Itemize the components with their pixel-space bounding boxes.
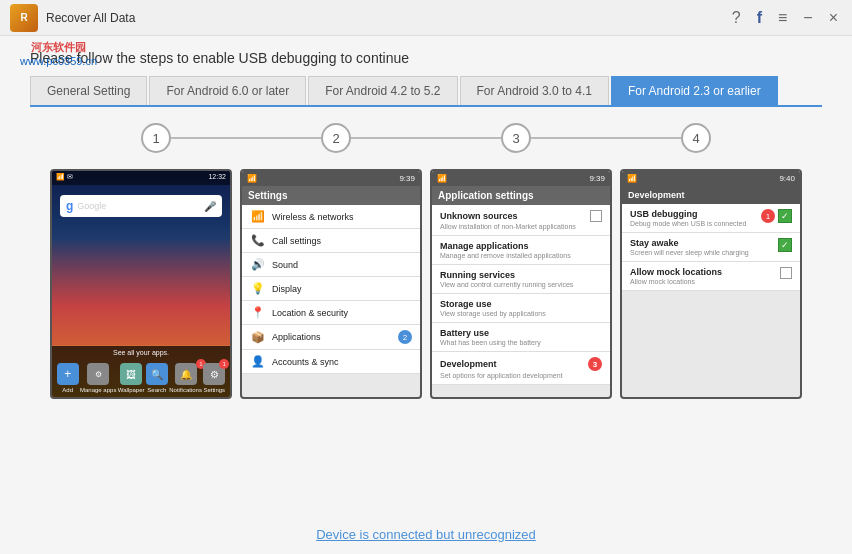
screenshot-3: 📶 9:39 Application settings Unknown sour… [430, 169, 612, 399]
screen1-dock: + Add ⚙ Manage apps 🖼 Wallpaper 🔍 Search [52, 359, 230, 397]
appsetting-development: Development 3 Set options for applicatio… [432, 352, 610, 385]
screen4-statusbar: 📶 9:40 [622, 171, 800, 186]
screen2-title: Settings [242, 186, 420, 205]
settings-display: 💡 Display [242, 277, 420, 301]
steps-indicator: 1 2 3 4 [30, 123, 822, 153]
app-title: Recover All Data [46, 11, 728, 25]
settings-location: 📍 Location & security [242, 301, 420, 325]
watermark-url: www.pc0359.cn [20, 55, 97, 67]
screen2-statusbar: 📶 9:39 [242, 171, 420, 186]
screen3-title: Application settings [432, 186, 610, 205]
tab-android42[interactable]: For Android 4.2 to 5.2 [308, 76, 457, 105]
dock-manageapps: ⚙ Manage apps [80, 363, 116, 393]
screen3-statusbar: 📶 9:39 [432, 171, 610, 186]
dev-mocklocations: Allow mock locations Allow mock location… [622, 262, 800, 291]
appsetting-unknown: Unknown sources Allow installation of no… [432, 205, 610, 236]
screen1-searchbar: g Google 🎤 [60, 195, 222, 217]
settings-wireless: 📶 Wireless & networks [242, 205, 420, 229]
screen1-footer: See all your apps. + Add ⚙ Manage apps 🖼… [52, 346, 230, 397]
facebook-button[interactable]: f [753, 9, 766, 27]
main-content: Please follow the steps to enable USB de… [0, 36, 852, 409]
screen4-title: Development [622, 186, 800, 204]
title-bar: R Recover All Data ? f ≡ − × [0, 0, 852, 36]
settings-call: 📞 Call settings [242, 229, 420, 253]
dev-usb: USB debugging Debug mode when USB is con… [622, 204, 800, 233]
help-button[interactable]: ? [728, 9, 745, 27]
tab-android30[interactable]: For Android 3.0 to 4.1 [460, 76, 609, 105]
dock-notifications: 🔔 1 Notifications [169, 363, 202, 393]
app-logo: R [10, 4, 38, 32]
settings-applications: 📦 Applications 2 [242, 325, 420, 350]
step-line-3 [531, 137, 681, 139]
close-button[interactable]: × [825, 9, 842, 27]
tab-android60[interactable]: For Android 6.0 or later [149, 76, 306, 105]
tab-general[interactable]: General Setting [30, 76, 147, 105]
status-bar: Device is connected but unrecognized [0, 527, 852, 542]
step-1: 1 [141, 123, 171, 153]
menu-button[interactable]: ≡ [774, 9, 791, 27]
step-4: 4 [681, 123, 711, 153]
dock-settings: ⚙ 1 Settings [203, 363, 225, 393]
settings-accounts: 👤 Accounts & sync [242, 350, 420, 374]
tab-android23[interactable]: For Android 2.3 or earlier [611, 76, 778, 105]
tab-bar: General Setting For Android 6.0 or later… [30, 76, 822, 107]
step-3: 3 [501, 123, 531, 153]
appsetting-manage: Manage applications Manage and remove in… [432, 236, 610, 265]
screenshots-row: 📶 ✉ 12:32 g Google 🎤 See all your apps. … [30, 169, 822, 399]
screen1-statusbar: 📶 ✉ 12:32 [52, 171, 230, 185]
appsetting-storage: Storage use View storage used by applica… [432, 294, 610, 323]
step-line-1 [171, 137, 321, 139]
step-2: 2 [321, 123, 351, 153]
watermark-cn: 河东软件园 [31, 40, 86, 55]
minimize-button[interactable]: − [799, 9, 816, 27]
device-connected-link[interactable]: Device is connected but unrecognized [316, 527, 536, 542]
dev-stayawake: Stay awake Screen will never sleep while… [622, 233, 800, 262]
screenshot-4: 📶 9:40 Development USB debugging Debug m… [620, 169, 802, 399]
settings-sound: 🔊 Sound [242, 253, 420, 277]
watermark: 河东软件园 www.pc0359.cn [20, 40, 97, 67]
appsetting-battery: Battery use What has been using the batt… [432, 323, 610, 352]
dock-search: 🔍 Search [146, 363, 168, 393]
instruction-text: Please follow the steps to enable USB de… [30, 50, 822, 66]
dock-wallpaper: 🖼 Wallpaper [118, 363, 145, 393]
screenshot-1: 📶 ✉ 12:32 g Google 🎤 See all your apps. … [50, 169, 232, 399]
appsetting-running: Running services View and control curren… [432, 265, 610, 294]
step-line-2 [351, 137, 501, 139]
window-controls: ? f ≡ − × [728, 9, 842, 27]
dock-add: + Add [57, 363, 79, 393]
screenshot-2: 📶 9:39 Settings 📶 Wireless & networks 📞 … [240, 169, 422, 399]
